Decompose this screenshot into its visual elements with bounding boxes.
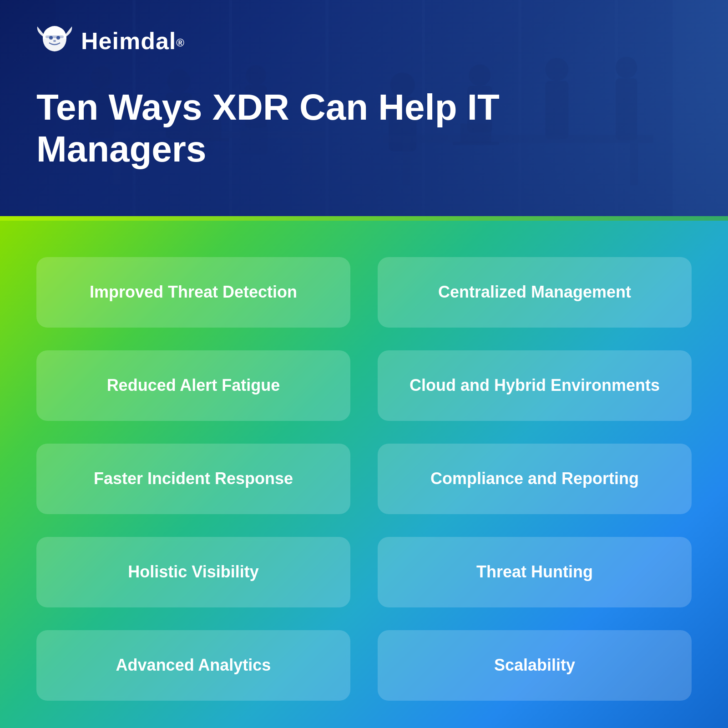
card-card-7: Holistic Visibility (36, 537, 350, 607)
card-card-1: Improved Threat Detection (36, 257, 350, 328)
page-wrapper: Heimdal® Ten Ways XDR Can Help IT Manage… (0, 0, 728, 728)
svg-rect-38 (46, 35, 64, 38)
logo-registered: ® (176, 36, 185, 49)
header-section: Heimdal® Ten Ways XDR Can Help IT Manage… (0, 0, 728, 216)
card-card-9: Advanced Analytics (36, 630, 350, 701)
header-content: Heimdal® Ten Ways XDR Can Help IT Manage… (0, 0, 728, 193)
card-label-3: Reduced Alert Fatigue (107, 375, 280, 396)
card-label-5: Faster Incident Response (94, 468, 293, 490)
cards-grid: Improved Threat DetectionCentralized Man… (36, 257, 692, 701)
card-card-3: Reduced Alert Fatigue (36, 350, 350, 421)
card-card-4: Cloud and Hybrid Environments (378, 350, 692, 421)
svg-rect-37 (53, 40, 56, 42)
card-label-6: Compliance and Reporting (430, 468, 639, 490)
card-label-9: Advanced Analytics (116, 655, 271, 676)
logo-area: Heimdal® (36, 23, 692, 59)
card-card-6: Compliance and Reporting (378, 444, 692, 514)
content-section: Improved Threat DetectionCentralized Man… (0, 221, 728, 728)
card-card-8: Threat Hunting (378, 537, 692, 607)
card-label-10: Scalability (494, 655, 575, 676)
card-label-4: Cloud and Hybrid Environments (410, 375, 660, 396)
logo-text-area: Heimdal® (81, 27, 185, 55)
logo-text: Heimdal (81, 28, 176, 54)
heimdal-logo-icon (36, 23, 73, 59)
card-label-7: Holistic Visibility (128, 561, 258, 583)
card-label-2: Centralized Management (438, 282, 631, 303)
card-label-8: Threat Hunting (476, 561, 593, 583)
accent-bar (0, 216, 728, 221)
card-card-5: Faster Incident Response (36, 444, 350, 514)
card-card-2: Centralized Management (378, 257, 692, 328)
card-label-1: Improved Threat Detection (90, 282, 297, 303)
card-card-10: Scalability (378, 630, 692, 701)
main-title: Ten Ways XDR Can Help IT Managers (36, 86, 537, 170)
